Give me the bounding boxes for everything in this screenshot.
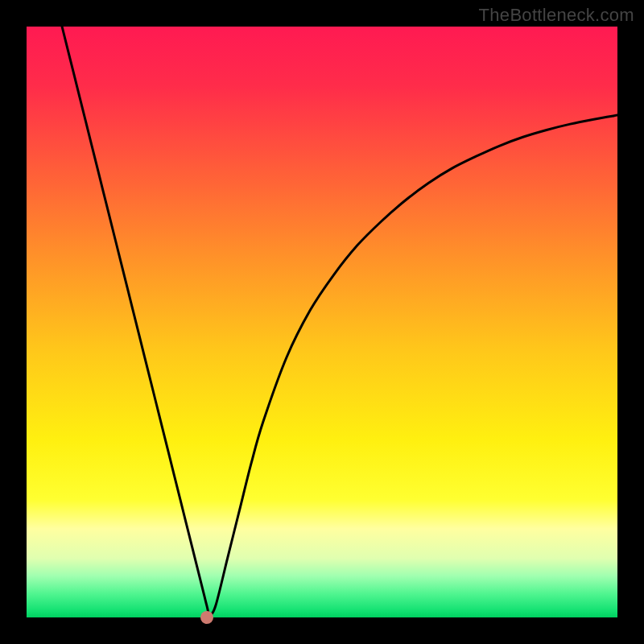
bottleneck-curve [62,27,617,614]
watermark-text: TheBottleneck.com [479,5,634,26]
chart-plot-area [27,27,617,617]
minimum-marker-dot [200,611,213,624]
curve-layer [27,27,617,617]
